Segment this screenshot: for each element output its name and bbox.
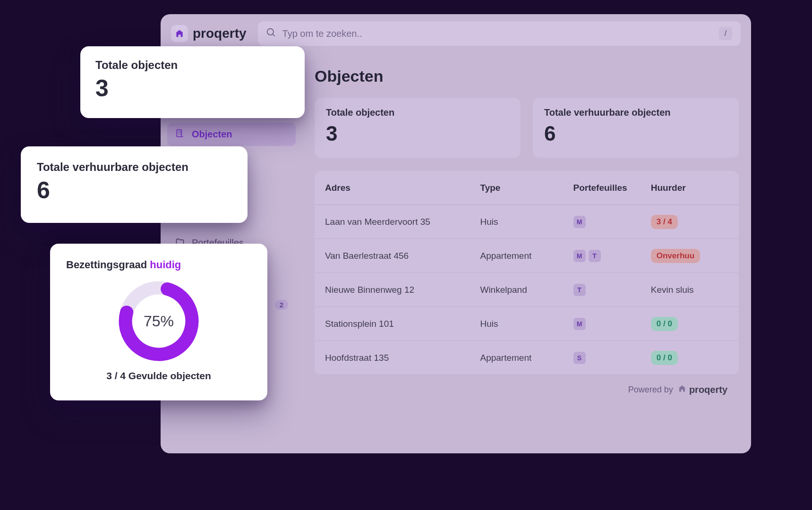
stat-value: 6 bbox=[544, 122, 727, 145]
cell-portefeuilles: M bbox=[573, 216, 651, 228]
th-type[interactable]: Type bbox=[480, 183, 573, 193]
table-row[interactable]: Laan van Meerdervoort 35HuisM3 / 4 bbox=[315, 205, 739, 239]
cell-adres: Nieuwe Binnenweg 12 bbox=[325, 285, 480, 295]
cell-huurder: 0 / 0 bbox=[651, 351, 728, 365]
float-value: 3 bbox=[95, 75, 290, 102]
stat-row: Totale objecten 3 Totale verhuurbare obj… bbox=[315, 98, 739, 158]
table-row[interactable]: Van Baerlestraat 456AppartementMTOnverhu… bbox=[315, 239, 739, 273]
cell-portefeuilles: MT bbox=[573, 250, 651, 262]
cell-type: Huis bbox=[480, 217, 573, 227]
cell-type: Appartement bbox=[480, 353, 573, 363]
th-huurder[interactable]: Huurder bbox=[651, 183, 728, 193]
cell-portefeuilles: S bbox=[573, 352, 651, 364]
footer: Powered by proqerty bbox=[315, 375, 739, 405]
cell-adres: Van Baerlestraat 456 bbox=[325, 251, 480, 261]
float-card-rentable-objects: Totale verhuurbare objecten 6 bbox=[21, 146, 248, 223]
brand-name: proqerty bbox=[193, 26, 247, 41]
huurder-value: 0 / 0 bbox=[651, 317, 678, 331]
cell-adres: Stationsplein 101 bbox=[325, 319, 480, 329]
cell-adres: Laan van Meerdervoort 35 bbox=[325, 217, 480, 227]
cell-huurder: Onverhuu bbox=[651, 249, 728, 263]
logo-icon bbox=[171, 25, 188, 42]
cell-portefeuilles: T bbox=[573, 284, 651, 296]
table-row[interactable]: Stationsplein 101HuisM0 / 0 bbox=[315, 307, 739, 341]
portfolio-badge[interactable]: M bbox=[573, 250, 586, 262]
cell-huurder: 0 / 0 bbox=[651, 317, 728, 331]
th-adres[interactable]: Adres bbox=[325, 183, 480, 193]
search-icon bbox=[266, 28, 276, 39]
search-shortcut: / bbox=[719, 27, 732, 40]
stat-card-rentable: Totale verhuurbare objecten 6 bbox=[533, 98, 739, 158]
float-value: 6 bbox=[37, 177, 231, 204]
donut-percent-label: 75% bbox=[117, 280, 200, 363]
cell-portefeuilles: M bbox=[573, 318, 651, 330]
float-label: Totale objecten bbox=[95, 59, 290, 72]
float-card-occupancy: Bezettingsgraad huidig 75% 3 / 4 Gevulde… bbox=[50, 244, 267, 400]
stat-value: 3 bbox=[326, 122, 509, 145]
huurder-value: 3 / 4 bbox=[651, 215, 678, 229]
section-count-badge: 2 bbox=[275, 300, 288, 310]
table-header-row: Adres Type Portefeuilles Huurder bbox=[315, 171, 739, 205]
search-input[interactable] bbox=[282, 28, 712, 39]
huurder-value: 0 / 0 bbox=[651, 351, 678, 365]
float-card-total-objects: Totale objecten 3 bbox=[80, 46, 305, 118]
stat-label: Totale verhuurbare objecten bbox=[544, 107, 727, 118]
main-content: Objecten Totale objecten 3 Totale verhuu… bbox=[302, 53, 751, 453]
portfolio-badge[interactable]: T bbox=[573, 284, 586, 296]
search-bar[interactable]: / bbox=[258, 21, 741, 46]
stat-label: Totale objecten bbox=[326, 107, 509, 118]
huurder-value: Kevin sluis bbox=[651, 285, 694, 295]
cell-huurder: 3 / 4 bbox=[651, 215, 728, 229]
cell-huurder: Kevin sluis bbox=[651, 285, 728, 295]
table-row[interactable]: Nieuwe Binnenweg 12WinkelpandTKevin slui… bbox=[315, 273, 739, 307]
objects-table: Adres Type Portefeuilles Huurder Laan va… bbox=[315, 171, 739, 375]
cell-type: Winkelpand bbox=[480, 285, 573, 295]
cell-adres: Hoofdstraat 135 bbox=[325, 353, 480, 363]
sidebar-item-objecten[interactable]: Objecten bbox=[167, 123, 296, 146]
occupancy-subtext: 3 / 4 Gevulde objecten bbox=[66, 370, 251, 382]
brand-logo: proqerty bbox=[171, 25, 247, 42]
portfolio-badge[interactable]: T bbox=[589, 250, 601, 262]
portfolio-badge[interactable]: M bbox=[573, 216, 586, 228]
building-icon bbox=[175, 128, 185, 140]
cell-type: Appartement bbox=[480, 251, 573, 261]
stat-card-total: Totale objecten 3 bbox=[315, 98, 521, 158]
occupancy-title: Bezettingsgraad huidig bbox=[66, 259, 251, 271]
page-title: Objecten bbox=[315, 67, 739, 85]
th-portefeuilles[interactable]: Portefeuilles bbox=[573, 183, 651, 193]
powered-by: Powered by bbox=[628, 385, 673, 395]
table-row[interactable]: Hoofdstraat 135AppartementS0 / 0 bbox=[315, 341, 739, 375]
logo-icon bbox=[678, 384, 686, 395]
occupancy-donut: 75% bbox=[66, 280, 251, 363]
huurder-value: Onverhuu bbox=[651, 249, 700, 263]
cell-type: Huis bbox=[480, 319, 573, 329]
footer-brand: proqerty bbox=[678, 384, 727, 395]
portfolio-badge[interactable]: S bbox=[573, 352, 586, 364]
portfolio-badge[interactable]: M bbox=[573, 318, 586, 330]
float-label: Totale verhuurbare objecten bbox=[37, 161, 231, 174]
sidebar-label: Objecten bbox=[192, 129, 232, 140]
